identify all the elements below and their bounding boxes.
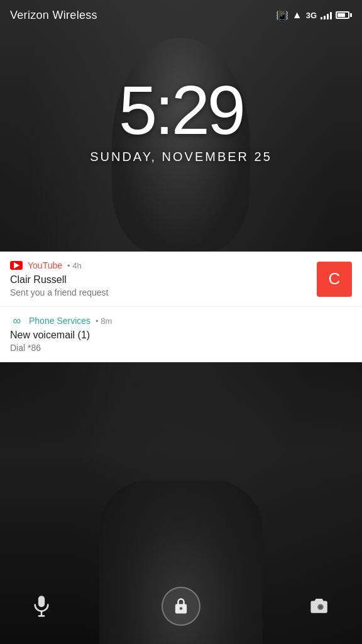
wifi-icon: ▲ — [292, 9, 302, 21]
lock-button[interactable] — [162, 587, 200, 626]
signal-icon — [321, 11, 332, 19]
youtube-notification[interactable]: YouTube • 4h Clair Russell Sent you a fr… — [0, 252, 362, 307]
lock-screen-bottom-bar — [0, 569, 362, 644]
clock-date: SUNDAY, NOVEMBER 25 — [90, 150, 272, 164]
phone-services-icon: ∞ — [10, 316, 24, 325]
phone-notif-body: Dial *86 — [10, 343, 352, 353]
phone-notif-title: New voicemail (1) — [10, 330, 352, 341]
youtube-notif-body: Sent you a friend request — [10, 287, 352, 297]
phone-services-notification[interactable]: ∞ Phone Services • 8m New voicemail (1) … — [0, 307, 362, 362]
camera-button[interactable] — [304, 590, 337, 623]
phone-app-name: Phone Services — [29, 316, 90, 326]
svg-point-13 — [180, 607, 183, 610]
youtube-app-name: YouTube — [28, 260, 62, 270]
battery-icon — [336, 11, 352, 19]
youtube-avatar: C — [317, 262, 352, 297]
svg-rect-9 — [38, 596, 45, 607]
youtube-time: • 4h — [67, 261, 82, 270]
phone-time: • 8m — [96, 316, 112, 326]
notif-header-phone: ∞ Phone Services • 8m — [10, 316, 352, 326]
mic-button[interactable] — [25, 590, 58, 623]
notification-panel: YouTube • 4h Clair Russell Sent you a fr… — [0, 252, 362, 362]
clock-time: 5:29 — [119, 75, 243, 145]
clock-area: 5:29 SUNDAY, NOVEMBER 25 — [0, 75, 362, 164]
status-icons-group: 📳 ▲ 3G — [276, 9, 352, 21]
youtube-notif-title: Clair Russell — [10, 274, 352, 286]
vibrate-icon: 📳 — [276, 9, 288, 21]
youtube-icon — [10, 261, 23, 270]
svg-point-15 — [319, 605, 322, 609]
carrier-label: Verizon Wireless — [10, 9, 97, 22]
notif-header-youtube: YouTube • 4h — [10, 260, 352, 270]
status-bar: Verizon Wireless 📳 ▲ 3G — [0, 0, 362, 30]
network-type: 3G — [306, 11, 317, 20]
